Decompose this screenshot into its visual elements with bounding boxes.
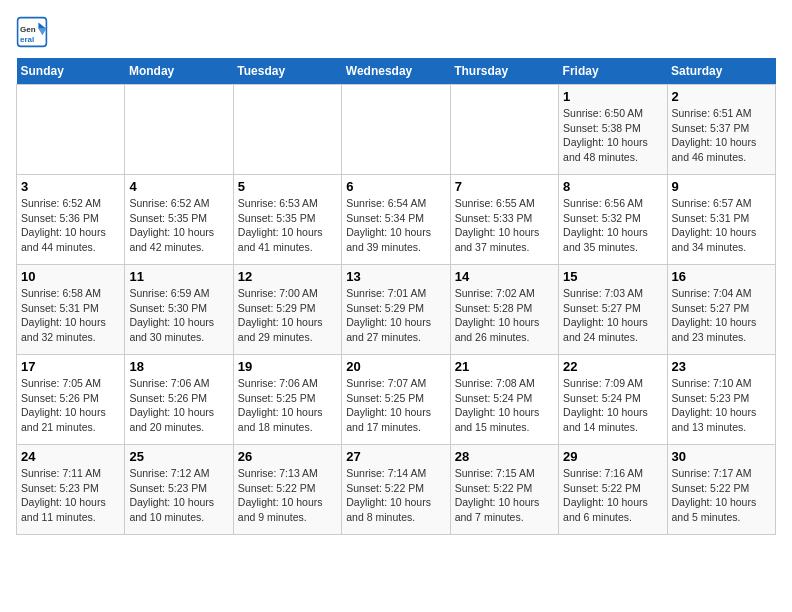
calendar-cell: 4Sunrise: 6:52 AM Sunset: 5:35 PM Daylig… xyxy=(125,175,233,265)
calendar-week-row: 1Sunrise: 6:50 AM Sunset: 5:38 PM Daylig… xyxy=(17,85,776,175)
calendar-cell: 11Sunrise: 6:59 AM Sunset: 5:30 PM Dayli… xyxy=(125,265,233,355)
calendar-cell xyxy=(342,85,450,175)
day-info: Sunrise: 7:15 AM Sunset: 5:22 PM Dayligh… xyxy=(455,466,554,525)
day-number: 6 xyxy=(346,179,445,194)
day-info: Sunrise: 6:52 AM Sunset: 5:35 PM Dayligh… xyxy=(129,196,228,255)
day-number: 29 xyxy=(563,449,662,464)
day-number: 8 xyxy=(563,179,662,194)
calendar-week-row: 3Sunrise: 6:52 AM Sunset: 5:36 PM Daylig… xyxy=(17,175,776,265)
calendar-week-row: 10Sunrise: 6:58 AM Sunset: 5:31 PM Dayli… xyxy=(17,265,776,355)
day-number: 20 xyxy=(346,359,445,374)
calendar-cell: 8Sunrise: 6:56 AM Sunset: 5:32 PM Daylig… xyxy=(559,175,667,265)
calendar-week-row: 24Sunrise: 7:11 AM Sunset: 5:23 PM Dayli… xyxy=(17,445,776,535)
calendar-cell: 28Sunrise: 7:15 AM Sunset: 5:22 PM Dayli… xyxy=(450,445,558,535)
calendar-cell: 14Sunrise: 7:02 AM Sunset: 5:28 PM Dayli… xyxy=(450,265,558,355)
day-number: 25 xyxy=(129,449,228,464)
day-number: 9 xyxy=(672,179,771,194)
day-info: Sunrise: 6:57 AM Sunset: 5:31 PM Dayligh… xyxy=(672,196,771,255)
page-header: Gen eral xyxy=(16,16,776,48)
calendar-cell xyxy=(233,85,341,175)
day-info: Sunrise: 6:56 AM Sunset: 5:32 PM Dayligh… xyxy=(563,196,662,255)
day-info: Sunrise: 7:06 AM Sunset: 5:25 PM Dayligh… xyxy=(238,376,337,435)
day-info: Sunrise: 7:12 AM Sunset: 5:23 PM Dayligh… xyxy=(129,466,228,525)
day-info: Sunrise: 7:17 AM Sunset: 5:22 PM Dayligh… xyxy=(672,466,771,525)
calendar-cell: 3Sunrise: 6:52 AM Sunset: 5:36 PM Daylig… xyxy=(17,175,125,265)
day-number: 22 xyxy=(563,359,662,374)
day-number: 18 xyxy=(129,359,228,374)
day-info: Sunrise: 7:09 AM Sunset: 5:24 PM Dayligh… xyxy=(563,376,662,435)
weekday-header-friday: Friday xyxy=(559,58,667,85)
calendar-cell: 6Sunrise: 6:54 AM Sunset: 5:34 PM Daylig… xyxy=(342,175,450,265)
calendar-cell: 12Sunrise: 7:00 AM Sunset: 5:29 PM Dayli… xyxy=(233,265,341,355)
calendar-cell: 17Sunrise: 7:05 AM Sunset: 5:26 PM Dayli… xyxy=(17,355,125,445)
day-number: 16 xyxy=(672,269,771,284)
calendar-cell: 21Sunrise: 7:08 AM Sunset: 5:24 PM Dayli… xyxy=(450,355,558,445)
calendar-cell: 20Sunrise: 7:07 AM Sunset: 5:25 PM Dayli… xyxy=(342,355,450,445)
calendar-cell xyxy=(17,85,125,175)
day-info: Sunrise: 7:08 AM Sunset: 5:24 PM Dayligh… xyxy=(455,376,554,435)
logo-icon: Gen eral xyxy=(16,16,48,48)
day-info: Sunrise: 6:51 AM Sunset: 5:37 PM Dayligh… xyxy=(672,106,771,165)
calendar-cell: 5Sunrise: 6:53 AM Sunset: 5:35 PM Daylig… xyxy=(233,175,341,265)
weekday-header-saturday: Saturday xyxy=(667,58,775,85)
day-info: Sunrise: 7:13 AM Sunset: 5:22 PM Dayligh… xyxy=(238,466,337,525)
calendar-table: SundayMondayTuesdayWednesdayThursdayFrid… xyxy=(16,58,776,535)
svg-text:Gen: Gen xyxy=(20,25,36,34)
calendar-cell: 2Sunrise: 6:51 AM Sunset: 5:37 PM Daylig… xyxy=(667,85,775,175)
calendar-cell: 23Sunrise: 7:10 AM Sunset: 5:23 PM Dayli… xyxy=(667,355,775,445)
day-number: 10 xyxy=(21,269,120,284)
calendar-cell: 1Sunrise: 6:50 AM Sunset: 5:38 PM Daylig… xyxy=(559,85,667,175)
weekday-header-monday: Monday xyxy=(125,58,233,85)
calendar-cell xyxy=(450,85,558,175)
day-number: 19 xyxy=(238,359,337,374)
calendar-cell: 22Sunrise: 7:09 AM Sunset: 5:24 PM Dayli… xyxy=(559,355,667,445)
day-info: Sunrise: 7:03 AM Sunset: 5:27 PM Dayligh… xyxy=(563,286,662,345)
calendar-cell: 25Sunrise: 7:12 AM Sunset: 5:23 PM Dayli… xyxy=(125,445,233,535)
calendar-cell: 13Sunrise: 7:01 AM Sunset: 5:29 PM Dayli… xyxy=(342,265,450,355)
day-number: 12 xyxy=(238,269,337,284)
svg-text:eral: eral xyxy=(20,35,34,44)
day-info: Sunrise: 7:11 AM Sunset: 5:23 PM Dayligh… xyxy=(21,466,120,525)
day-info: Sunrise: 7:02 AM Sunset: 5:28 PM Dayligh… xyxy=(455,286,554,345)
day-info: Sunrise: 7:01 AM Sunset: 5:29 PM Dayligh… xyxy=(346,286,445,345)
day-number: 14 xyxy=(455,269,554,284)
weekday-header-tuesday: Tuesday xyxy=(233,58,341,85)
calendar-cell: 9Sunrise: 6:57 AM Sunset: 5:31 PM Daylig… xyxy=(667,175,775,265)
day-number: 1 xyxy=(563,89,662,104)
day-number: 27 xyxy=(346,449,445,464)
calendar-cell: 26Sunrise: 7:13 AM Sunset: 5:22 PM Dayli… xyxy=(233,445,341,535)
calendar-cell: 19Sunrise: 7:06 AM Sunset: 5:25 PM Dayli… xyxy=(233,355,341,445)
weekday-header-sunday: Sunday xyxy=(17,58,125,85)
day-info: Sunrise: 7:10 AM Sunset: 5:23 PM Dayligh… xyxy=(672,376,771,435)
day-number: 15 xyxy=(563,269,662,284)
logo: Gen eral xyxy=(16,16,52,48)
calendar-cell: 7Sunrise: 6:55 AM Sunset: 5:33 PM Daylig… xyxy=(450,175,558,265)
day-number: 26 xyxy=(238,449,337,464)
day-info: Sunrise: 6:54 AM Sunset: 5:34 PM Dayligh… xyxy=(346,196,445,255)
calendar-week-row: 17Sunrise: 7:05 AM Sunset: 5:26 PM Dayli… xyxy=(17,355,776,445)
calendar-cell: 29Sunrise: 7:16 AM Sunset: 5:22 PM Dayli… xyxy=(559,445,667,535)
day-info: Sunrise: 7:14 AM Sunset: 5:22 PM Dayligh… xyxy=(346,466,445,525)
day-info: Sunrise: 7:00 AM Sunset: 5:29 PM Dayligh… xyxy=(238,286,337,345)
calendar-cell: 15Sunrise: 7:03 AM Sunset: 5:27 PM Dayli… xyxy=(559,265,667,355)
day-info: Sunrise: 6:58 AM Sunset: 5:31 PM Dayligh… xyxy=(21,286,120,345)
day-info: Sunrise: 6:59 AM Sunset: 5:30 PM Dayligh… xyxy=(129,286,228,345)
day-info: Sunrise: 6:53 AM Sunset: 5:35 PM Dayligh… xyxy=(238,196,337,255)
day-number: 17 xyxy=(21,359,120,374)
day-info: Sunrise: 7:06 AM Sunset: 5:26 PM Dayligh… xyxy=(129,376,228,435)
day-number: 30 xyxy=(672,449,771,464)
day-info: Sunrise: 7:04 AM Sunset: 5:27 PM Dayligh… xyxy=(672,286,771,345)
day-number: 7 xyxy=(455,179,554,194)
calendar-cell: 30Sunrise: 7:17 AM Sunset: 5:22 PM Dayli… xyxy=(667,445,775,535)
calendar-cell: 18Sunrise: 7:06 AM Sunset: 5:26 PM Dayli… xyxy=(125,355,233,445)
day-info: Sunrise: 6:50 AM Sunset: 5:38 PM Dayligh… xyxy=(563,106,662,165)
weekday-header-thursday: Thursday xyxy=(450,58,558,85)
day-number: 4 xyxy=(129,179,228,194)
calendar-cell xyxy=(125,85,233,175)
day-number: 21 xyxy=(455,359,554,374)
calendar-cell: 16Sunrise: 7:04 AM Sunset: 5:27 PM Dayli… xyxy=(667,265,775,355)
day-info: Sunrise: 7:16 AM Sunset: 5:22 PM Dayligh… xyxy=(563,466,662,525)
day-number: 23 xyxy=(672,359,771,374)
day-number: 5 xyxy=(238,179,337,194)
calendar-cell: 24Sunrise: 7:11 AM Sunset: 5:23 PM Dayli… xyxy=(17,445,125,535)
